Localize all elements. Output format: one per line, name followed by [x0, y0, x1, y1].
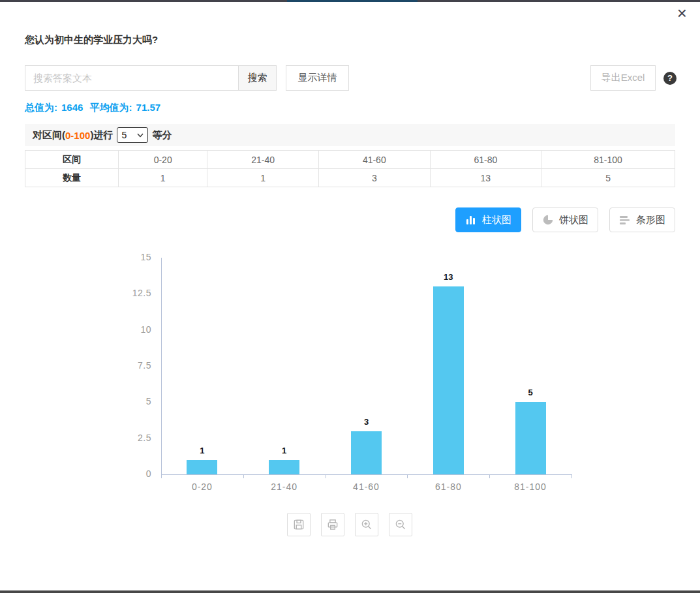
chart-bar [351, 431, 382, 474]
tab-pie-chart-label: 饼状图 [559, 214, 588, 226]
tab-pie-chart[interactable]: 饼状图 [532, 207, 598, 232]
table-cell: 1 [119, 169, 207, 187]
close-icon[interactable]: × [673, 4, 691, 22]
y-axis-tick-label: 7.5 [99, 360, 151, 371]
bar-value-label: 13 [429, 272, 468, 282]
y-axis-tick-label: 0 [99, 468, 151, 479]
table-row: 数量113135 [25, 169, 675, 187]
chart-bar [269, 460, 299, 474]
tab-hbar-chart[interactable]: 条形图 [609, 207, 675, 232]
y-axis-tick-label: 2.5 [99, 433, 151, 443]
zoom-out-icon[interactable] [389, 513, 412, 536]
export-excel-button[interactable]: 导出Excel [590, 65, 656, 91]
bar-chart: 02.557.51012.51510-20121-40341-601361-80… [0, 248, 700, 509]
question-title: 您认为初中生的学业压力大吗? [25, 34, 158, 46]
chart-bar [515, 402, 546, 474]
export-area: 导出Excel ? [590, 65, 677, 91]
show-detail-button[interactable]: 显示详情 [286, 65, 349, 91]
x-axis-tick [243, 474, 244, 478]
x-axis-tick [489, 474, 490, 478]
total-value: 1646 [61, 102, 83, 113]
table-cell: 5 [541, 169, 675, 187]
pie-chart-icon [542, 214, 554, 226]
bar-value-label: 1 [183, 446, 222, 455]
table-cell: 1 [207, 169, 319, 187]
y-axis-tick-label: 5 [99, 396, 151, 406]
x-category-label: 81-100 [491, 482, 570, 492]
split-count-select[interactable]: 5 [117, 127, 148, 143]
window-top-edge-accent [287, 0, 418, 2]
chart-toolbar [287, 513, 412, 536]
table-cell: 区间 [25, 151, 119, 169]
interval-middle: )进行 [90, 129, 113, 142]
table-cell: 13 [430, 169, 541, 187]
stats-line: 总值为:1646 平均值为:71.57 [25, 102, 164, 114]
x-category-label: 0-20 [163, 482, 241, 492]
bar-chart-icon [465, 214, 477, 226]
x-category-label: 41-60 [327, 482, 406, 492]
x-category-label: 21-40 [245, 482, 324, 492]
bar-value-label: 1 [265, 446, 304, 455]
table-cell: 81-100 [541, 151, 675, 169]
table-cell: 0-20 [119, 151, 207, 169]
x-axis-tick [161, 474, 162, 478]
x-axis-tick [407, 474, 408, 478]
survey-stats-modal: × 您认为初中生的学业压力大吗? 搜索 显示详情 导出Excel ? 总值为:1… [0, 0, 700, 597]
table-cell: 3 [318, 169, 430, 187]
chart-bar [433, 286, 464, 474]
interval-table-body: 区间0-2021-4041-6061-8081-100数量113135 [25, 151, 675, 187]
chevron-down-icon [137, 133, 144, 138]
interval-table: 区间0-2021-4041-6061-8081-100数量113135 [25, 150, 675, 187]
x-axis-tick [571, 474, 572, 478]
table-cell: 61-80 [430, 151, 541, 169]
y-axis-tick-label: 10 [99, 324, 151, 335]
avg-label: 平均值为: [90, 102, 132, 113]
x-axis [161, 474, 571, 475]
tab-bar-chart[interactable]: 柱状图 [455, 207, 521, 232]
avg-value: 71.57 [136, 102, 161, 113]
search-button[interactable]: 搜索 [238, 65, 277, 91]
y-axis-tick-label: 12.5 [99, 288, 151, 298]
table-row: 区间0-2021-4041-6061-8081-100 [25, 151, 675, 169]
interval-range: 0-100 [65, 130, 90, 141]
interval-prefix: 对区间( [33, 129, 65, 142]
tab-hbar-chart-label: 条形图 [636, 214, 665, 226]
table-cell: 21-40 [207, 151, 319, 169]
interval-settings-bar: 对区间(0-100)进行 5 等分 [25, 124, 675, 146]
x-category-label: 61-80 [409, 482, 487, 492]
bar-value-label: 3 [347, 417, 386, 427]
table-cell: 数量 [25, 169, 119, 187]
zoom-in-icon[interactable] [355, 513, 378, 536]
total-label: 总值为: [25, 102, 57, 113]
x-axis-tick [326, 474, 326, 478]
help-icon[interactable]: ? [663, 72, 677, 85]
table-cell: 41-60 [318, 151, 430, 169]
split-count-value: 5 [121, 130, 127, 140]
interval-suffix: 等分 [152, 129, 172, 142]
chart-bar [187, 460, 217, 474]
chart-type-tabs: 柱状图 饼状图 条形图 [455, 207, 675, 232]
y-axis-tick-label: 15 [99, 252, 151, 262]
hbar-chart-icon [619, 214, 631, 226]
search-row: 搜索 显示详情 [25, 65, 349, 91]
print-icon[interactable] [321, 513, 344, 536]
save-image-icon[interactable] [287, 513, 311, 536]
window-bottom-edge [0, 590, 700, 593]
window-top-edge [0, 0, 700, 2]
bar-value-label: 5 [511, 388, 550, 397]
tab-bar-chart-label: 柱状图 [482, 214, 511, 226]
search-input[interactable] [25, 65, 238, 91]
y-axis [161, 258, 162, 474]
